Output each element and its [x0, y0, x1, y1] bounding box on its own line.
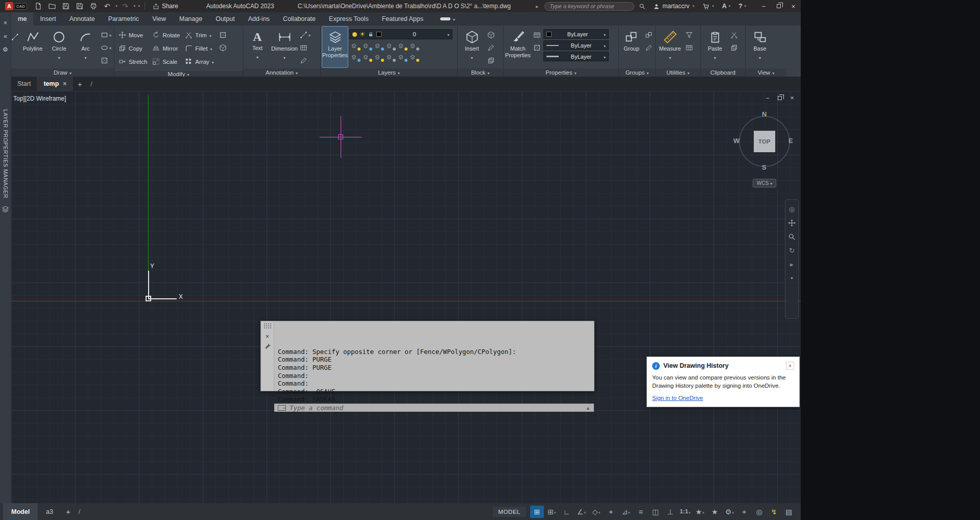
rectangle-tool-button[interactable]: [100, 30, 112, 40]
rotate-tool-button[interactable]: Rotate: [151, 29, 181, 41]
palette-title[interactable]: LAYER PROPERTIES MANAGER: [3, 109, 9, 198]
line-tool-button[interactable]: [11, 27, 19, 67]
share-button[interactable]: Share: [150, 3, 181, 10]
snap-mode-button[interactable]: ⊞: [545, 506, 559, 518]
command-window[interactable]: Command: Specify opposite corner or [Fen…: [260, 321, 594, 391]
ortho-button[interactable]: ∟: [560, 506, 573, 518]
layout-overflow-icon[interactable]: [75, 508, 84, 515]
mirror-tool-button[interactable]: Mirror: [151, 42, 181, 55]
palette-close-icon[interactable]: [1, 18, 10, 28]
qat-customize-icon[interactable]: ▾: [138, 4, 140, 8]
viewport-minimize-icon[interactable]: [763, 94, 772, 102]
zoom-icon[interactable]: [788, 232, 796, 241]
annotation-scale-button[interactable]: 1:1: [678, 506, 692, 518]
layer-previous-button[interactable]: [363, 53, 371, 61]
stretch-tool-button[interactable]: Stretch: [117, 55, 149, 68]
selection-cycling-button[interactable]: ◫: [649, 506, 662, 518]
object-color-dropdown[interactable]: ByLayer: [543, 29, 609, 39]
viewport-controls-label[interactable]: Top][2D Wireframe]: [13, 95, 66, 102]
save-as-button[interactable]: [74, 1, 85, 12]
layer-on-icon[interactable]: [352, 32, 357, 37]
object-snap-tracking-button[interactable]: ⌖: [604, 506, 618, 518]
command-scroll-up-icon[interactable]: [586, 404, 590, 411]
plot-button[interactable]: [87, 1, 99, 12]
annotation-monitor-button[interactable]: ⌖: [737, 506, 751, 518]
command-close-icon[interactable]: [266, 333, 270, 340]
layer-thaw-icon[interactable]: [360, 31, 365, 38]
viewport-close-icon[interactable]: [787, 94, 797, 102]
copy-clip-button[interactable]: [729, 42, 739, 53]
circle-tool-button[interactable]: Circle: [46, 27, 71, 67]
isolate-objects-button[interactable]: ◎: [752, 506, 766, 518]
object-snap-button[interactable]: ⊿: [619, 506, 633, 518]
panel-label-clipboard[interactable]: Clipboard: [701, 68, 745, 77]
copy-tool-button[interactable]: Copy: [117, 42, 149, 55]
layer-state-button[interactable]: [398, 53, 407, 61]
minimize-button[interactable]: [756, 0, 771, 12]
ungroup-button[interactable]: [644, 30, 654, 40]
new-file-button[interactable]: [32, 1, 44, 12]
ribbon-tab[interactable]: me: [11, 12, 33, 26]
panel-label-utilities[interactable]: Utilities: [656, 68, 700, 77]
layer-color-swatch[interactable]: [376, 32, 381, 37]
autoscale-button[interactable]: ★: [708, 506, 722, 518]
viewcube-north[interactable]: N: [762, 110, 767, 118]
search-icon[interactable]: [636, 1, 648, 12]
ribbon-tab[interactable]: Collaborate: [276, 12, 322, 26]
arc-tool-button[interactable]: Arc: [73, 27, 98, 67]
cut-button[interactable]: [729, 30, 739, 40]
panel-label-annotation[interactable]: Annotation: [243, 68, 320, 77]
save-button[interactable]: [60, 1, 71, 12]
layer-off-button[interactable]: [351, 42, 360, 50]
pan-icon[interactable]: [788, 219, 796, 227]
ribbon-tab[interactable]: Parametric: [102, 12, 146, 26]
layer-lock-button[interactable]: [386, 42, 395, 50]
layer-freeze-button[interactable]: [374, 42, 383, 50]
palette-settings-icon[interactable]: [1, 45, 10, 54]
file-tab[interactable]: Start: [11, 77, 37, 91]
command-input[interactable]: Type a command: [274, 404, 594, 412]
model-space-button[interactable]: MODEL: [493, 507, 526, 517]
close-button[interactable]: [786, 0, 801, 12]
layer-settings-button[interactable]: [410, 53, 418, 61]
notification-close-button[interactable]: [786, 362, 794, 370]
panel-label-view[interactable]: View: [746, 68, 786, 77]
edit-hatch-tool-button[interactable]: [218, 30, 228, 40]
workspace-button[interactable]: ⚙: [723, 506, 736, 518]
annotation-visibility-button[interactable]: ★: [693, 506, 707, 518]
properties-list-button[interactable]: [532, 30, 542, 40]
create-block-button[interactable]: [486, 30, 496, 40]
paste-button[interactable]: Paste: [702, 27, 728, 67]
define-attributes-button[interactable]: [486, 42, 496, 53]
scale-tool-button[interactable]: Scale: [151, 55, 181, 68]
open-file-button[interactable]: [46, 1, 58, 12]
text-tool-button[interactable]: AText: [245, 27, 270, 67]
viewcube-south[interactable]: S: [762, 163, 767, 171]
layer-dropdown-caret-icon[interactable]: [447, 31, 449, 38]
dimension-tool-button[interactable]: Dimension: [272, 27, 297, 67]
group-edit-button[interactable]: [644, 42, 654, 53]
ribbon-tab[interactable]: Insert: [33, 12, 62, 26]
new-layout-button[interactable]: [61, 507, 75, 516]
insert-block-button[interactable]: Insert: [459, 27, 485, 67]
lineweight-button[interactable]: ≡: [634, 506, 648, 518]
layer-lock-icon[interactable]: [368, 31, 374, 37]
isometric-drafting-button[interactable]: ◇: [589, 506, 603, 518]
command-window-drag-handle[interactable]: [264, 323, 271, 329]
layer-properties-button[interactable]: Layer Properties: [322, 27, 348, 67]
ribbon-tab[interactable]: Add-ins: [242, 12, 276, 26]
make-current-layer-button[interactable]: [398, 42, 407, 50]
layer-unlock-button[interactable]: [386, 53, 395, 61]
viewcube-east[interactable]: E: [788, 137, 793, 145]
dynamic-ucs-button[interactable]: ⊥: [663, 506, 677, 518]
ribbon-tab[interactable]: Manage: [173, 12, 209, 26]
sign-in-onedrive-link[interactable]: Sign in to OneDrive: [652, 395, 703, 401]
full-navigation-wheel-icon[interactable]: [788, 205, 796, 213]
group-button[interactable]: Group: [620, 27, 642, 67]
search-expand-icon[interactable]: [536, 3, 538, 10]
drawing-canvas[interactable]: Top][2D Wireframe] Y X N S W E TOP WCS: [11, 91, 801, 503]
grid-button[interactable]: ⊞: [530, 506, 544, 518]
ribbon-display-toggle-button[interactable]: [440, 12, 455, 26]
help-menu[interactable]: ?▾: [735, 3, 749, 10]
ellipse-tool-button[interactable]: [100, 42, 112, 53]
